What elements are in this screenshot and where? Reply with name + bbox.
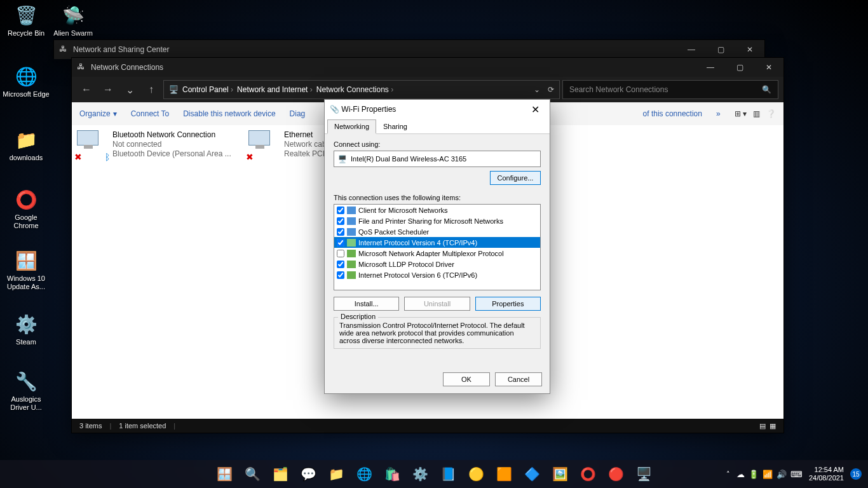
desktop-icon[interactable]: 🪟Windows 10 Update As... <box>3 248 50 291</box>
onedrive-icon[interactable]: ☁ <box>736 470 745 479</box>
notification-badge[interactable]: 15 <box>850 468 862 480</box>
rename-button[interactable]: of this connection <box>643 109 702 118</box>
desktop-icon[interactable]: 🗑️Recycle Bin <box>3 3 50 37</box>
wifi-icon[interactable]: 📶 <box>763 470 773 479</box>
taskbar: 🪟 🔍 🗂️ 💬 📁 🌐 🛍️ ⚙️ 📘 🟡 🟧 🔷 🖼️ ⭕ 🔴 🖥️ ˄ ☁… <box>0 460 868 488</box>
connect-to-button[interactable]: Connect To <box>131 109 170 118</box>
error-icon: ✖ <box>74 152 82 162</box>
tab-sharing[interactable]: Sharing <box>376 119 414 134</box>
search-button[interactable]: 🔍 <box>240 462 264 486</box>
uninstall-button: Uninstall <box>404 297 470 311</box>
icon-label: Alien Swarm <box>50 29 97 37</box>
connection-item[interactable]: ✖ᛒ Bluetooth Network ConnectionNot conne… <box>77 130 236 161</box>
protocol-list[interactable]: Client for Microsoft NetworksFile and Pr… <box>334 204 541 290</box>
settings-button[interactable]: ⚙️ <box>408 462 432 486</box>
app-icon: 🛸 <box>60 3 86 28</box>
protocol-item[interactable]: Internet Protocol Version 4 (TCP/IPv4) <box>334 237 540 248</box>
desktop-icon[interactable]: 🌐Microsoft Edge <box>3 64 50 98</box>
protocol-checkbox[interactable] <box>337 228 344 236</box>
close-button[interactable]: ✕ <box>735 40 764 59</box>
desktop-icon[interactable]: ⭕Google Chrome <box>3 187 50 230</box>
protocol-checkbox[interactable] <box>337 271 344 279</box>
protocol-item[interactable]: Client for Microsoft Networks <box>334 205 540 215</box>
preview-pane-button[interactable]: ▥ <box>753 109 760 118</box>
search-input[interactable]: Search Network Connections 🔍 <box>562 80 778 99</box>
explorer-button[interactable]: 📁 <box>324 462 348 486</box>
chrome-button[interactable]: 🟡 <box>464 462 488 486</box>
widgets-button[interactable]: 💬 <box>296 462 320 486</box>
time: 12:54 AM <box>809 466 844 474</box>
clock[interactable]: 12:54 AM 24/08/2021 <box>809 466 844 482</box>
bluetooth-icon: ᛒ <box>105 152 110 162</box>
protocol-checkbox[interactable] <box>337 239 344 247</box>
desktop-icon[interactable]: ⚙️Steam <box>3 311 50 346</box>
app-button[interactable]: 🖼️ <box>548 462 572 486</box>
breadcrumb[interactable]: Network Connections <box>316 85 393 94</box>
protocol-item[interactable]: QoS Packet Scheduler <box>334 226 540 237</box>
organize-menu[interactable]: Organize ▾ <box>79 109 117 118</box>
protocol-checkbox[interactable] <box>337 261 344 268</box>
address-icon: 🖥️ <box>169 85 179 94</box>
tab-networking[interactable]: Networking <box>327 119 376 134</box>
app-icon: ⚙️ <box>13 311 39 337</box>
refresh-icon[interactable]: ⟳ <box>548 85 554 94</box>
disable-device-button[interactable]: Disable this network device <box>183 109 275 118</box>
wifi-icon: 📎 <box>330 105 339 114</box>
connection-device: Bluetooth Device (Personal Area ... <box>112 149 231 159</box>
edge-button[interactable]: 🌐 <box>352 462 376 486</box>
protocol-item[interactable]: Microsoft LLDP Protocol Driver <box>334 259 540 269</box>
chevron-down-icon[interactable]: ⌄ <box>534 85 540 94</box>
install-button[interactable]: Install... <box>334 297 399 311</box>
window-network-sharing: 🖧 Network and Sharing Center — ▢ ✕ <box>53 39 765 58</box>
more-button[interactable]: » <box>716 109 721 118</box>
start-button[interactable]: 🪟 <box>212 462 236 486</box>
protocol-checkbox[interactable] <box>337 217 344 225</box>
icon-label: Auslogics Driver U... <box>3 395 50 412</box>
address-bar[interactable]: 🖥️ Control Panel Network and Internet Ne… <box>163 80 560 99</box>
tray-chevron-icon[interactable]: ˄ <box>726 470 730 478</box>
ok-button[interactable]: OK <box>443 372 490 386</box>
breadcrumb[interactable]: Network and Internet <box>237 85 313 94</box>
view-options-button[interactable]: ⊞ ▾ <box>735 109 747 118</box>
configure-button[interactable]: Configure... <box>490 171 541 185</box>
breadcrumb[interactable]: Control Panel <box>182 85 233 94</box>
cancel-button[interactable]: Cancel <box>495 372 542 386</box>
protocol-item[interactable]: Microsoft Network Adapter Multiplexor Pr… <box>334 248 540 259</box>
diagnose-button[interactable]: Diag <box>290 109 306 118</box>
word-button[interactable]: 📘 <box>436 462 460 486</box>
app-button[interactable]: 🟧 <box>492 462 516 486</box>
language-icon[interactable]: ⌨ <box>790 470 803 479</box>
protocol-checkbox[interactable] <box>337 207 344 214</box>
properties-button[interactable]: Properties <box>475 297 541 311</box>
desktop-icon[interactable]: 📁downloads <box>3 127 50 162</box>
minimize-button[interactable]: — <box>696 58 725 77</box>
recent-dropdown[interactable]: ⌄ <box>120 80 139 99</box>
task-view-button[interactable]: 🗂️ <box>268 462 292 486</box>
maximize-button[interactable]: ▢ <box>725 58 754 77</box>
app-button[interactable]: 🔴 <box>604 462 628 486</box>
maximize-button[interactable]: ▢ <box>706 40 735 59</box>
forward-button[interactable]: → <box>98 80 118 99</box>
app-button[interactable]: 🔷 <box>520 462 544 486</box>
protocol-name: Internet Protocol Version 4 (TCP/IPv4) <box>358 239 477 247</box>
up-button[interactable]: ↑ <box>142 80 161 99</box>
app-button[interactable]: ⭕ <box>576 462 600 486</box>
volume-icon[interactable]: 🔊 <box>776 470 787 479</box>
back-button[interactable]: ← <box>77 80 96 99</box>
help-button[interactable]: ❔ <box>766 109 776 118</box>
store-button[interactable]: 🛍️ <box>380 462 404 486</box>
close-button[interactable]: ✕ <box>526 104 545 116</box>
battery-icon[interactable]: 🔋 <box>749 470 759 479</box>
close-button[interactable]: ✕ <box>754 58 783 77</box>
desktop-icon[interactable]: 🛸Alien Swarm <box>50 3 97 37</box>
tiles-view-icon[interactable]: ▦ <box>770 422 776 430</box>
desktop-icon[interactable]: 🔧Auslogics Driver U... <box>3 369 50 412</box>
protocol-item[interactable]: File and Printer Sharing for Microsoft N… <box>334 215 540 226</box>
details-view-icon[interactable]: ▤ <box>759 422 766 430</box>
protocol-checkbox[interactable] <box>337 250 344 257</box>
description-label: Description <box>338 313 378 320</box>
protocol-item[interactable]: Internet Protocol Version 6 (TCP/IPv6) <box>334 269 540 280</box>
app-button[interactable]: 🖥️ <box>632 462 656 486</box>
minimize-button[interactable]: — <box>677 40 706 59</box>
protocol-icon <box>347 239 356 247</box>
